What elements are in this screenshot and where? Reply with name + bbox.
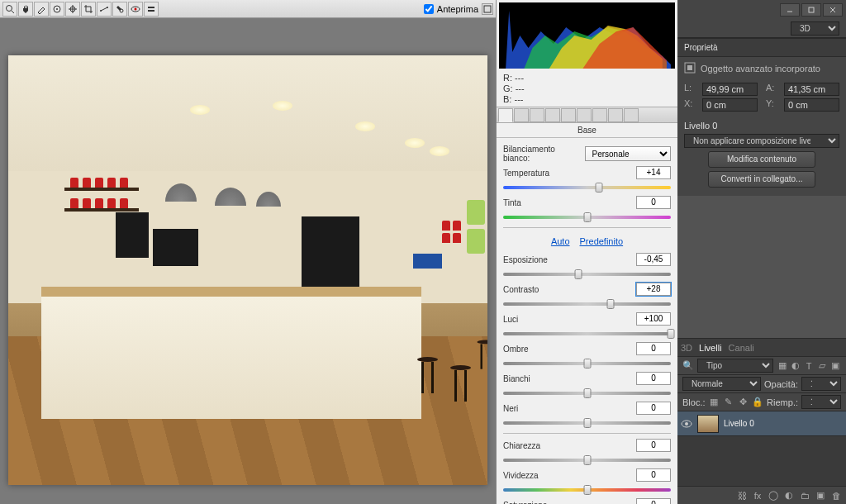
opacity-select[interactable]: 100%	[801, 377, 841, 391]
svg-line-1	[12, 11, 14, 13]
tab-lens-icon[interactable]	[577, 108, 592, 122]
convert-linked-button[interactable]: Converti in collegato...	[708, 171, 815, 188]
minimize-icon[interactable]	[780, 3, 800, 17]
contrast-value[interactable]: +28	[636, 283, 671, 296]
preview-image	[8, 55, 487, 485]
blacks-value[interactable]: 0	[636, 402, 671, 415]
vibrance-value[interactable]: 0	[636, 468, 671, 482]
link-layers-icon[interactable]: ⛓	[735, 490, 749, 502]
contrast-slider[interactable]	[503, 299, 671, 309]
hand-tool-icon[interactable]	[18, 2, 33, 17]
filter-smart-icon[interactable]: ▣	[829, 360, 841, 372]
fill-select[interactable]: 100%	[801, 395, 841, 409]
target-adjust-icon[interactable]	[65, 2, 80, 17]
tab-fx-icon[interactable]	[592, 108, 607, 122]
lock-pixels-icon[interactable]: ✎	[723, 397, 734, 408]
highlights-slider[interactable]	[503, 329, 671, 339]
clarity-value[interactable]: 0	[636, 439, 671, 452]
tab-camera-icon[interactable]	[608, 108, 623, 122]
shadows-slider[interactable]	[503, 359, 671, 368]
zoom-tool-icon[interactable]	[2, 2, 17, 17]
smartobj-label: Oggetto avanzato incorporato	[701, 64, 820, 74]
layer-comp-label: Livello 0	[684, 121, 839, 131]
filter-icon[interactable]: 🔍	[682, 360, 694, 371]
group-icon[interactable]: 🗀	[798, 490, 811, 502]
fx-icon[interactable]: fx	[751, 490, 764, 502]
svg-point-3	[56, 8, 58, 10]
tab-layers[interactable]: Livelli	[699, 343, 722, 353]
tint-slider[interactable]	[503, 212, 671, 222]
lock-position-icon[interactable]: ✥	[738, 397, 749, 408]
opacity-label: Opacità:	[764, 379, 798, 389]
svg-rect-21	[809, 7, 814, 12]
new-layer-icon[interactable]: ▣	[814, 490, 827, 502]
preview-checkbox[interactable]	[424, 4, 434, 14]
filter-kind-select[interactable]: Tipo	[697, 359, 773, 373]
wb-select[interactable]: Personale	[585, 146, 672, 161]
whites-slider[interactable]	[503, 388, 671, 398]
filter-shape-icon[interactable]: ▱	[816, 360, 828, 372]
tab-split-icon[interactable]	[561, 108, 576, 122]
visibility-icon[interactable]	[681, 418, 692, 430]
preview-toggle[interactable]: Anteprima	[424, 4, 478, 14]
close-icon[interactable]	[823, 3, 843, 17]
histogram[interactable]	[499, 2, 675, 69]
shadows-value[interactable]: 0	[636, 342, 671, 355]
prop-y[interactable]: 0 cm	[784, 98, 839, 112]
color-sampler-icon[interactable]	[50, 2, 64, 17]
layer-name[interactable]: Livello 0	[724, 419, 754, 428]
layer-thumbnail[interactable]	[697, 415, 719, 433]
workspace-select[interactable]: 3D	[791, 21, 839, 36]
exposure-value[interactable]: -0,45	[636, 253, 671, 266]
tab-curve-icon[interactable]	[514, 108, 529, 122]
filter-type-icon[interactable]: T	[803, 360, 815, 372]
layer-comp-select[interactable]: Non applicare composizione livelli	[684, 134, 839, 148]
delete-icon[interactable]: 🗑	[829, 490, 843, 502]
maximize-icon[interactable]	[801, 3, 821, 17]
exposure-slider[interactable]	[503, 269, 671, 279]
prefs-icon[interactable]	[144, 2, 159, 17]
tab-detail-icon[interactable]	[530, 108, 544, 122]
temp-value[interactable]: +14	[636, 166, 671, 179]
tab-hsl-icon[interactable]	[545, 108, 560, 122]
adjustment-icon[interactable]: ◐	[782, 490, 796, 502]
tab-basic-icon[interactable]	[498, 108, 513, 122]
svg-point-9	[107, 7, 108, 8]
spot-removal-icon[interactable]	[112, 2, 127, 17]
photoshop-panels: 3D Proprietà Oggetto avanzato incorporat…	[677, 0, 846, 504]
tab-channels[interactable]: Canali	[729, 343, 754, 353]
prop-height[interactable]: 41,35 cm	[784, 83, 839, 96]
tab-presets-icon[interactable]	[624, 108, 639, 122]
prop-x[interactable]: 0 cm	[702, 98, 758, 112]
edit-contents-button[interactable]: Modifica contenuto	[708, 151, 815, 168]
prop-width[interactable]: 49,99 cm	[702, 83, 758, 96]
auto-link[interactable]: Auto	[551, 236, 570, 246]
camera-raw-preview-pane: Anteprima	[0, 0, 496, 504]
svg-line-7	[101, 7, 107, 11]
crop-tool-icon[interactable]	[81, 2, 96, 17]
mask-icon[interactable]: ◯	[767, 490, 780, 502]
tab-3d[interactable]: 3D	[681, 343, 692, 353]
whites-value[interactable]: 0	[636, 372, 671, 385]
preview-area[interactable]	[0, 18, 496, 504]
vibrance-slider[interactable]	[503, 485, 671, 495]
highlights-label: Luci	[503, 315, 633, 324]
fullscreen-toggle-icon[interactable]	[482, 3, 493, 15]
wb-tool-icon[interactable]	[34, 2, 49, 17]
lock-all-icon[interactable]: 🔒	[752, 397, 763, 408]
temp-slider[interactable]	[503, 183, 671, 193]
redeye-tool-icon[interactable]	[128, 2, 143, 17]
default-link[interactable]: Predefinito	[580, 236, 624, 246]
lock-transparency-icon[interactable]: ▦	[709, 397, 720, 408]
blacks-slider[interactable]	[503, 418, 671, 428]
filter-adjust-icon[interactable]: ◐	[790, 360, 801, 372]
clarity-slider[interactable]	[503, 455, 671, 465]
tint-value[interactable]: 0	[636, 196, 671, 209]
saturation-value[interactable]: 0	[636, 498, 671, 504]
straighten-tool-icon[interactable]	[97, 2, 112, 17]
highlights-value[interactable]: +100	[636, 312, 671, 326]
blend-mode-select[interactable]: Normale	[682, 377, 761, 391]
layer-item[interactable]: Livello 0	[677, 411, 846, 436]
filter-pixel-icon[interactable]: ▦	[777, 360, 788, 372]
window-controls	[677, 0, 846, 20]
